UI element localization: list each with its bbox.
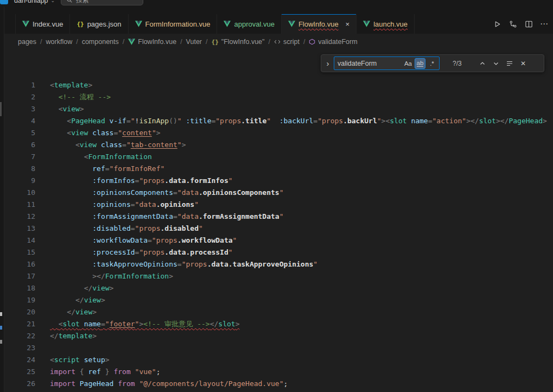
previous-match-button[interactable] [476,58,488,69]
find-input[interactable] [338,60,402,67]
line-number[interactable]: 11 [4,199,35,211]
match-case-label: Aa [404,60,412,67]
line-number[interactable]: 19 [4,294,35,306]
run-button[interactable] [491,17,504,30]
search-icon [66,0,73,3]
project-menu[interactable]: dan-uniapp ⌄ [14,0,55,4]
line-number[interactable]: 2 [4,91,35,103]
tab-bar: Index.vue{}pages.jsonFormInformation.vue… [4,7,553,34]
code-line-5[interactable]: 5 <view class="content"> [4,127,553,139]
tab-label: launch.vue [373,20,408,28]
tab-forminformation-vue[interactable]: FormInformation.vue [129,14,218,34]
regex-toggle[interactable]: .* [427,58,437,69]
line-number[interactable]: 10 [4,187,35,199]
code-line-8[interactable]: 8 ref="formInfoRef" [4,163,553,175]
breadcrumb-item-pages[interactable]: pages [18,38,36,46]
code-line-24[interactable]: 24<script setup> [4,354,553,366]
line-number[interactable]: 16 [4,258,35,270]
code-line-21[interactable]: 21 <slot name="footer"><!-- 审批意见 --></sl… [4,318,553,330]
line-number[interactable]: 6 [4,139,35,151]
code-line-12[interactable]: 12 :formAssignmentData="data.formAssignm… [4,211,553,223]
breadcrumb-label: validateForm [318,38,357,46]
more-actions-button[interactable]: ⋯ [538,17,551,30]
split-editor-button[interactable] [522,17,535,30]
code-line-7[interactable]: 7 <FormInformation [4,151,553,163]
line-number[interactable]: 8 [4,163,35,175]
line-number[interactable]: 26 [4,378,35,390]
tab-approval-vue[interactable]: approval.vue [217,14,281,34]
find-close-button[interactable]: ✕ [517,58,529,69]
code-line-18[interactable]: 18 </view> [4,282,553,294]
breadcrumb-item-script[interactable]: script [274,38,300,46]
tab-flowinfo-vue[interactable]: FlowInfo.vue× [282,14,357,34]
code-line-9[interactable]: 9 :formInfos="props.data.formInfos" [4,175,553,187]
line-number[interactable]: 7 [4,151,35,163]
tab-index-vue[interactable]: Index.vue [15,14,70,34]
tab-launch-vue[interactable]: launch.vue [357,14,415,34]
code-editor[interactable]: › Aa ab .* ?/3 ✕ 1<templ [4,50,553,392]
line-number[interactable]: 4 [4,115,35,127]
code-line-17[interactable]: 17 ></FormInformation> [4,270,553,282]
line-number[interactable]: 21 [4,318,35,330]
breadcrumb-item-vuter[interactable]: Vuter [186,38,202,46]
command-center-search[interactable]: 搜索 [61,0,143,5]
breadcrumb-separator: / [303,38,305,46]
code-line-6[interactable]: 6 <view class="tab-content"> [4,139,553,151]
whole-word-toggle[interactable]: ab [415,58,425,69]
line-number[interactable]: 12 [4,211,35,223]
line-number[interactable]: 1 [4,79,35,91]
line-number[interactable]: 15 [4,246,35,258]
code-line-3[interactable]: 3 <view> [4,103,553,115]
line-number[interactable]: 14 [4,235,35,246]
code-line-19[interactable]: 19 </view> [4,294,553,306]
breadcrumb-item-components[interactable]: components [82,38,119,46]
code-line-14[interactable]: 14 :workflowData="props.workflowData" [4,235,553,246]
code-text: </template> [35,330,97,342]
open-changes-button[interactable] [506,17,519,30]
code-line-16[interactable]: 16 :taskApproveOpinions="props.data.task… [4,258,553,270]
code-line-1[interactable]: 1<template> [4,79,553,91]
activity-bar-mark [0,312,2,316]
code-text: <view class="tab-content"> [35,139,186,151]
regex-label: .* [430,60,434,67]
line-number[interactable]: 23 [4,342,35,354]
breadcrumb-item-workflow[interactable]: workflow [46,38,73,46]
line-number[interactable]: 24 [4,354,35,366]
find-in-selection-button[interactable] [504,58,516,69]
code-line-26[interactable]: 26import PageHead from "@/components/lay… [4,378,553,390]
tab-close-icon[interactable]: × [346,21,350,28]
breadcrumb-item--flowinfo-vue-[interactable]: {}"FlowInfo.vue" [212,38,265,46]
line-number[interactable]: 5 [4,127,35,139]
tab-label: approval.vue [234,20,274,28]
line-number[interactable]: 20 [4,306,35,318]
line-number[interactable]: 17 [4,270,35,282]
line-number[interactable]: 13 [4,223,35,235]
chevron-down-icon [492,60,500,67]
breadcrumb-item-flowinfo-vue[interactable]: FlowInfo.vue [128,38,176,46]
code-line-13[interactable]: 13 :disabled="props.disabled" [4,223,553,235]
code-line-10[interactable]: 10 :opinionsComponents="data.opinionsCom… [4,187,553,199]
code-line-11[interactable]: 11 :opinions="data.opinions" [4,199,553,211]
code-line-2[interactable]: 2 <!-- 流程 --> [4,91,553,103]
find-widget: › Aa ab .* ?/3 ✕ [321,54,544,72]
line-number[interactable]: 3 [4,103,35,115]
close-icon: ✕ [520,60,526,67]
line-number[interactable]: 18 [4,282,35,294]
line-number[interactable]: 9 [4,175,35,187]
match-case-toggle[interactable]: Aa [403,58,414,69]
code-text: :workflowData="props.workflowData" [35,235,237,246]
code-line-22[interactable]: 22</template> [4,330,553,342]
code-line-23[interactable]: 23 [4,342,553,354]
chevron-down-icon: ⌄ [51,0,55,3]
code-line-25[interactable]: 25import { ref } from "vue"; [4,366,553,378]
tab-pages-json[interactable]: {}pages.json [70,14,128,34]
code-text: :processId="props.data.processId" [35,246,233,258]
next-match-button[interactable] [490,58,502,69]
breadcrumb-item-validateform[interactable]: validateForm [309,38,357,46]
code-line-4[interactable]: 4 <PageHead v-if="!isInApp()" :title="pr… [4,115,553,127]
code-line-20[interactable]: 20 </view> [4,306,553,318]
code-line-15[interactable]: 15 :processId="props.data.processId" [4,246,553,258]
toggle-replace-icon[interactable]: › [324,59,332,67]
line-number[interactable]: 22 [4,330,35,342]
line-number[interactable]: 25 [4,366,35,378]
